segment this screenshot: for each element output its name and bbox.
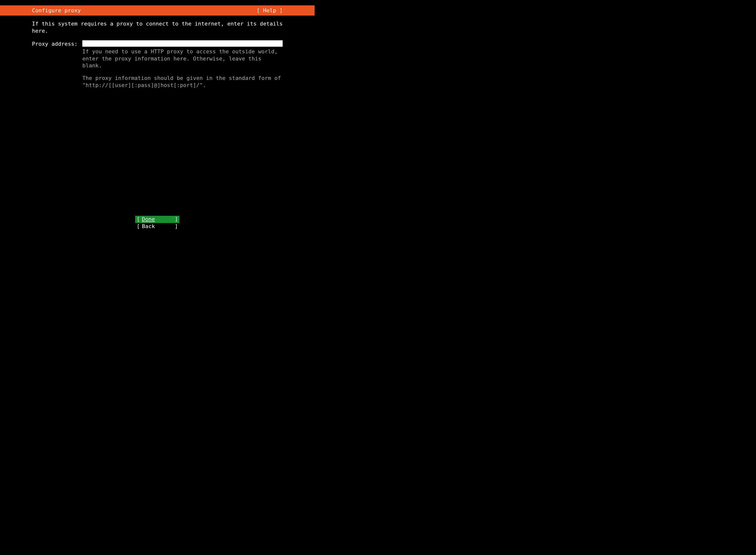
intro-text: If this system requires a proxy to conne…: [32, 20, 283, 34]
help-button[interactable]: [ Help ]: [257, 7, 315, 13]
proxy-row: Proxy address: If you need to use a HTTP…: [32, 40, 283, 89]
page-title: Configure proxy: [0, 7, 81, 13]
bracket-open-icon: [: [137, 216, 140, 222]
back-button-label: Back: [140, 223, 175, 229]
bracket-close-icon: ]: [175, 216, 178, 222]
proxy-address-input[interactable]: [82, 40, 283, 47]
done-button[interactable]: [ Done ]: [135, 216, 179, 223]
bracket-open-icon: [: [137, 223, 140, 229]
bracket-close-icon: ]: [175, 223, 178, 229]
proxy-input-column: If you need to use a HTTP proxy to acces…: [82, 40, 283, 89]
done-button-label: Done: [140, 216, 175, 222]
proxy-help-text-2: The proxy information should be given in…: [82, 75, 283, 89]
proxy-help-text-1: If you need to use a HTTP proxy to acces…: [82, 48, 283, 69]
header-bar: Configure proxy [ Help ]: [0, 5, 315, 15]
footer-buttons: [ Done ] [ Back ]: [0, 216, 315, 230]
proxy-label: Proxy address:: [32, 40, 82, 47]
back-button[interactable]: [ Back ]: [135, 223, 179, 230]
content-area: If this system requires a proxy to conne…: [0, 15, 315, 89]
